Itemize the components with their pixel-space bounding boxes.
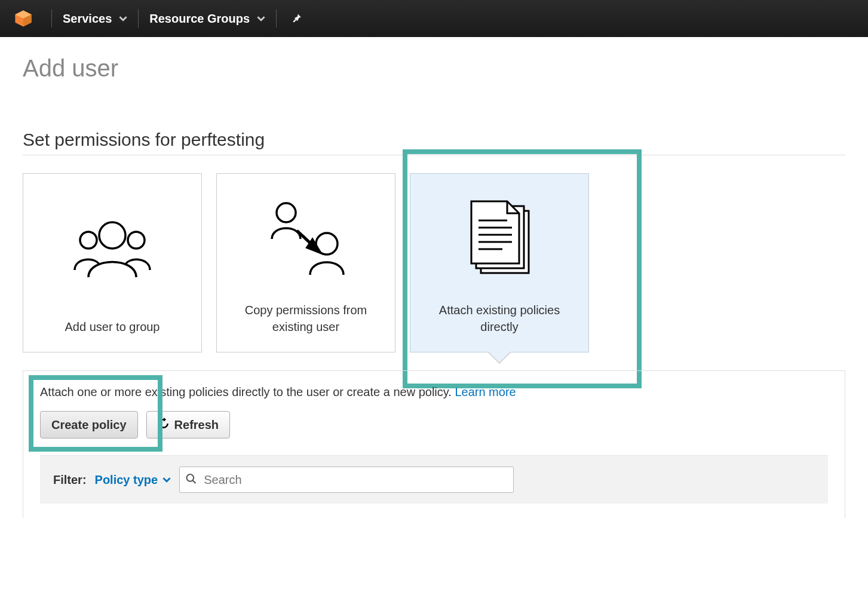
refresh-icon [158,418,170,433]
nav-resource-groups[interactable]: Resource Groups [149,12,265,26]
policy-search-wrap [179,467,514,493]
pin-icon [291,13,303,24]
card-label: Copy permissions from existing user [217,302,395,335]
svg-line-20 [193,480,196,483]
refresh-label: Refresh [174,418,219,432]
policy-filter-bar: Filter: Policy type [40,455,828,504]
card-attach-policies-directly[interactable]: Attach existing policies directly [410,173,589,352]
refresh-button[interactable]: Refresh [146,411,230,438]
policy-search-input[interactable] [179,467,514,493]
nav-separator [51,10,52,27]
attach-policies-panel: Attach one or more existing policies dir… [23,370,845,518]
group-icon [23,174,201,318]
filter-policy-type-dropdown[interactable]: Policy type [95,473,171,487]
aws-logo[interactable] [12,7,35,30]
nav-services[interactable]: Services [63,12,127,26]
card-add-user-to-group[interactable]: Add user to group [23,173,202,352]
panel-description-text: Attach one or more existing policies dir… [40,385,455,398]
nav-resource-groups-label: Resource Groups [149,12,250,26]
document-stack-icon [410,174,588,302]
svg-point-6 [277,203,296,222]
create-policy-label: Create policy [51,418,127,432]
card-label: Add user to group [53,318,172,335]
filter-label: Filter: [53,473,87,487]
card-label: Attach existing policies directly [410,302,588,335]
copy-user-icon [217,174,395,302]
create-policy-button[interactable]: Create policy [40,411,138,438]
learn-more-link[interactable]: Learn more [455,385,516,398]
svg-point-5 [128,232,145,249]
filter-policy-type-label: Policy type [95,473,158,487]
svg-marker-9 [308,240,320,252]
chevron-down-icon [162,476,171,484]
panel-button-row: Create policy Refresh [40,411,828,438]
permission-option-cards: Add user to group [23,173,845,352]
nav-separator [276,10,277,27]
cube-icon [13,8,33,29]
card-copy-permissions[interactable]: Copy permissions from existing user [216,173,395,352]
chevron-down-icon [257,12,265,26]
svg-point-3 [99,222,125,249]
section-heading: Set permissions for perftesting [23,130,845,155]
panel-description: Attach one or more existing policies dir… [40,385,828,399]
nav-separator [138,10,139,27]
svg-marker-18 [164,418,166,422]
svg-point-4 [80,232,97,249]
chevron-down-icon [119,12,127,26]
page-content: Add user Set permissions for perftesting [0,37,868,536]
nav-services-label: Services [63,12,112,26]
svg-point-19 [187,474,194,482]
top-navbar: Services Resource Groups [0,0,868,37]
svg-marker-12 [471,201,519,263]
page-title: Add user [23,55,845,82]
nav-pin[interactable] [291,13,303,24]
search-icon [185,473,197,487]
